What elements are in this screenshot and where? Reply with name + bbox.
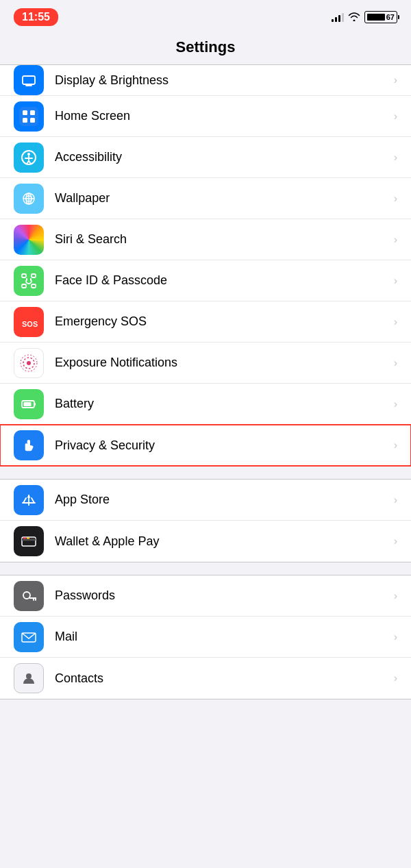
signal-icon bbox=[332, 12, 344, 22]
status-icons: 67 bbox=[332, 11, 397, 23]
svg-rect-21 bbox=[22, 284, 26, 288]
wallpaper-icon bbox=[14, 184, 44, 214]
battery-status: 67 bbox=[364, 11, 397, 23]
svg-rect-20 bbox=[32, 274, 36, 277]
svg-rect-30 bbox=[24, 402, 32, 406]
svg-point-39 bbox=[23, 592, 30, 599]
settings-row-wallpaper[interactable]: Wallpaper › bbox=[0, 178, 411, 219]
chevron-icon: › bbox=[394, 590, 397, 602]
settings-row-passwords[interactable]: Passwords › bbox=[0, 575, 411, 617]
settings-row-contacts[interactable]: Contacts › bbox=[0, 658, 411, 699]
exposure-notifications-label: Exposure Notifications bbox=[55, 356, 388, 370]
chevron-icon: › bbox=[394, 494, 397, 506]
svg-rect-31 bbox=[34, 403, 36, 406]
settings-row-battery[interactable]: Battery › bbox=[0, 384, 411, 425]
wallet-icon bbox=[14, 526, 44, 556]
contacts-icon bbox=[14, 663, 44, 693]
contacts-label: Contacts bbox=[55, 671, 388, 686]
chevron-icon: › bbox=[394, 439, 397, 451]
svg-rect-7 bbox=[30, 118, 35, 123]
privacy-icon bbox=[14, 430, 44, 460]
siri-icon bbox=[14, 225, 44, 255]
chevron-icon: › bbox=[394, 535, 397, 547]
svg-rect-19 bbox=[22, 274, 26, 277]
app-store-label: App Store bbox=[55, 493, 388, 507]
home-screen-label: Home Screen bbox=[55, 109, 388, 123]
accessibility-icon bbox=[14, 142, 44, 173]
svg-text:SOS: SOS bbox=[22, 320, 38, 328]
settings-row-mail[interactable]: Mail › bbox=[0, 617, 411, 658]
face-id-icon bbox=[14, 266, 44, 296]
page-header: Settings bbox=[0, 32, 411, 64]
settings-section-display: Display & Brightness › Home Screen › bbox=[0, 64, 411, 467]
chevron-icon: › bbox=[394, 74, 397, 86]
emergency-sos-label: Emergency SOS bbox=[55, 314, 388, 329]
svg-rect-6 bbox=[23, 118, 27, 123]
wallpaper-label: Wallpaper bbox=[55, 191, 388, 206]
chevron-icon: › bbox=[394, 357, 397, 369]
svg-rect-5 bbox=[30, 110, 35, 115]
mail-label: Mail bbox=[55, 630, 388, 644]
battery-settings-icon bbox=[14, 389, 44, 419]
settings-row-emergency-sos[interactable]: SOS Emergency SOS › bbox=[0, 301, 411, 343]
chevron-icon: › bbox=[394, 110, 397, 123]
siri-label: Siri & Search bbox=[55, 232, 388, 247]
display-icon bbox=[14, 65, 44, 95]
home-screen-icon bbox=[14, 101, 44, 132]
wifi-icon bbox=[348, 12, 360, 23]
status-bar: 11:55 67 bbox=[0, 0, 411, 32]
chevron-icon: › bbox=[394, 275, 397, 287]
display-brightness-label: Display & Brightness bbox=[55, 73, 388, 88]
battery-label: Battery bbox=[55, 397, 388, 411]
settings-row-app-store[interactable]: App Store › bbox=[0, 480, 411, 521]
settings-row-home-screen[interactable]: Home Screen › bbox=[0, 96, 411, 137]
chevron-icon: › bbox=[394, 316, 397, 328]
mail-icon bbox=[14, 622, 44, 652]
wallet-label: Wallet & Apple Pay bbox=[55, 534, 388, 549]
status-time: 11:55 bbox=[14, 8, 58, 26]
settings-row-exposure[interactable]: Exposure Notifications › bbox=[0, 343, 411, 384]
chevron-icon: › bbox=[394, 631, 397, 643]
chevron-icon: › bbox=[394, 672, 397, 684]
chevron-icon: › bbox=[394, 151, 397, 164]
settings-row-accessibility[interactable]: Accessibility › bbox=[0, 137, 411, 178]
chevron-icon: › bbox=[394, 234, 397, 246]
svg-point-44 bbox=[26, 673, 32, 679]
chevron-icon: › bbox=[394, 398, 397, 410]
page-title: Settings bbox=[0, 38, 411, 56]
svg-rect-4 bbox=[23, 110, 27, 115]
emergency-icon: SOS bbox=[14, 307, 44, 337]
chevron-icon: › bbox=[394, 193, 397, 205]
svg-rect-3 bbox=[19, 107, 38, 126]
settings-row-privacy-security[interactable]: Privacy & Security › bbox=[0, 425, 411, 466]
svg-rect-38 bbox=[27, 538, 29, 539]
face-id-label: Face ID & Passcode bbox=[55, 273, 388, 288]
settings-row-face-id[interactable]: Face ID & Passcode › bbox=[0, 260, 411, 301]
settings-row-display-brightness[interactable]: Display & Brightness › bbox=[0, 65, 411, 96]
settings-row-wallet[interactable]: Wallet & Apple Pay › bbox=[0, 521, 411, 562]
accessibility-label: Accessibility bbox=[55, 150, 388, 164]
passwords-label: Passwords bbox=[55, 588, 388, 603]
privacy-security-label: Privacy & Security bbox=[55, 438, 388, 453]
svg-line-13 bbox=[29, 161, 31, 164]
key-icon bbox=[14, 581, 44, 611]
settings-section-apps: Passwords › Mail › Contacts › bbox=[0, 575, 411, 699]
svg-rect-22 bbox=[32, 284, 36, 288]
exposure-icon bbox=[14, 348, 44, 378]
app-store-icon bbox=[14, 485, 44, 515]
settings-row-siri[interactable]: Siri & Search › bbox=[0, 219, 411, 260]
svg-rect-37 bbox=[23, 538, 26, 539]
svg-point-9 bbox=[27, 153, 30, 156]
settings-section-store: App Store › Wallet & Apple Pay › bbox=[0, 479, 411, 562]
svg-point-26 bbox=[27, 361, 31, 365]
